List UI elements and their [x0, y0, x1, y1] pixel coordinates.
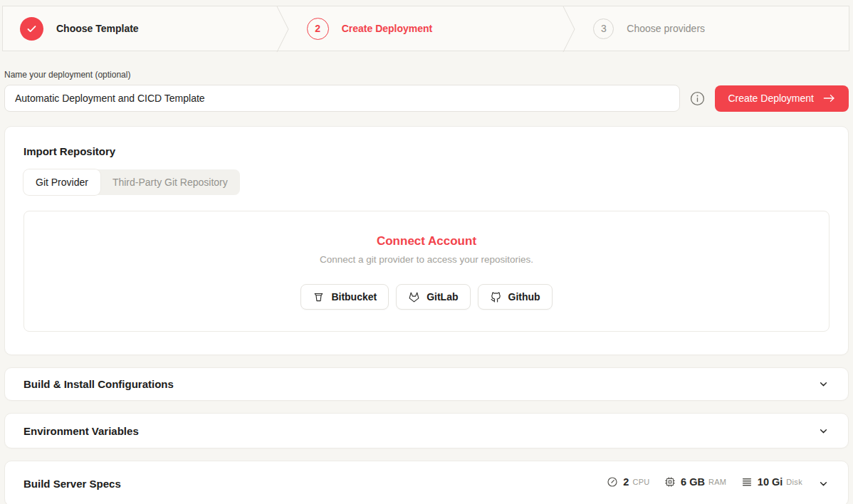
cpu-value: 2: [623, 476, 629, 488]
deployment-name-row: Create Deployment: [4, 85, 849, 112]
create-deployment-button[interactable]: Create Deployment: [715, 85, 849, 112]
chevron-down-icon[interactable]: [817, 425, 830, 437]
step-number-badge: 3: [593, 19, 614, 39]
step-label: Choose Template: [56, 23, 139, 34]
github-button[interactable]: Github: [478, 284, 553, 310]
connect-account-title: Connect Account: [24, 234, 829, 248]
environment-variables-title: Environment Variables: [23, 425, 139, 437]
ram-value: 6 GB: [681, 476, 705, 488]
github-icon: [490, 291, 502, 303]
bitbucket-icon: [313, 291, 325, 303]
cpu-unit: CPU: [632, 478, 649, 486]
step-label: Choose providers: [627, 23, 705, 34]
deployment-name-label: Name your deployment (optional): [4, 70, 849, 80]
github-button-label: Github: [508, 291, 540, 303]
cpu-spec: 2 CPU: [607, 476, 649, 488]
step-number-badge: 2: [307, 18, 329, 40]
git-provider-buttons: Bitbucket GitLab Github: [24, 284, 829, 310]
step-create-deployment[interactable]: 2 Create Deployment: [290, 6, 562, 51]
disk-icon: [741, 476, 753, 488]
step-complete-check-icon: [20, 17, 43, 41]
import-repository-title: Import Repository: [23, 145, 830, 157]
chevron-down-icon[interactable]: [817, 378, 830, 390]
disk-value: 10 Gi: [758, 476, 783, 488]
bitbucket-button[interactable]: Bitbucket: [300, 284, 389, 310]
build-install-configurations-section[interactable]: Build & Install Configurations: [4, 367, 849, 401]
stepper-separator: [276, 6, 290, 52]
build-server-specs-title: Build Server Specs: [23, 478, 121, 490]
cpu-icon: [664, 476, 676, 488]
gitlab-icon: [408, 291, 420, 303]
gauge-icon: [607, 476, 618, 488]
step-choose-providers[interactable]: 3 Choose providers: [576, 6, 849, 51]
tab-third-party-git-repository[interactable]: Third-Party Git Repository: [100, 169, 240, 195]
info-icon[interactable]: [689, 90, 706, 107]
environment-variables-section[interactable]: Environment Variables: [4, 413, 849, 448]
step-choose-template[interactable]: Choose Template: [3, 6, 276, 51]
connect-account-subtitle: Connect a git provider to access your re…: [24, 254, 829, 265]
deployment-name-input[interactable]: [4, 85, 680, 112]
connect-account-panel: Connect Account Connect a git provider t…: [23, 211, 830, 332]
create-deployment-button-label: Create Deployment: [728, 93, 814, 104]
disk-spec: 10 Gi Disk: [741, 476, 802, 488]
bitbucket-button-label: Bitbucket: [331, 291, 377, 303]
tab-git-provider[interactable]: Git Provider: [23, 169, 100, 195]
gitlab-button[interactable]: GitLab: [396, 284, 470, 310]
build-server-specs-section[interactable]: Build Server Specs 2 CPU 6 GB RAM 10 Gi …: [4, 461, 849, 504]
repository-source-tabs: Git Provider Third-Party Git Repository: [23, 169, 240, 195]
gitlab-button-label: GitLab: [426, 291, 458, 303]
build-server-specs-summary: 2 CPU 6 GB RAM 10 Gi Disk: [607, 476, 830, 490]
import-repository-card: Import Repository Git Provider Third-Par…: [4, 126, 849, 355]
disk-unit: Disk: [786, 478, 802, 486]
ram-unit: RAM: [708, 478, 726, 486]
step-label: Create Deployment: [342, 23, 433, 34]
arrow-right-icon: [822, 93, 836, 104]
deployment-stepper: Choose Template 2 Create Deployment 3 Ch…: [2, 6, 849, 51]
chevron-down-icon[interactable]: [817, 478, 830, 490]
stepper-separator: [562, 6, 576, 52]
ram-spec: 6 GB RAM: [664, 476, 726, 488]
build-install-configurations-title: Build & Install Configurations: [23, 378, 174, 390]
